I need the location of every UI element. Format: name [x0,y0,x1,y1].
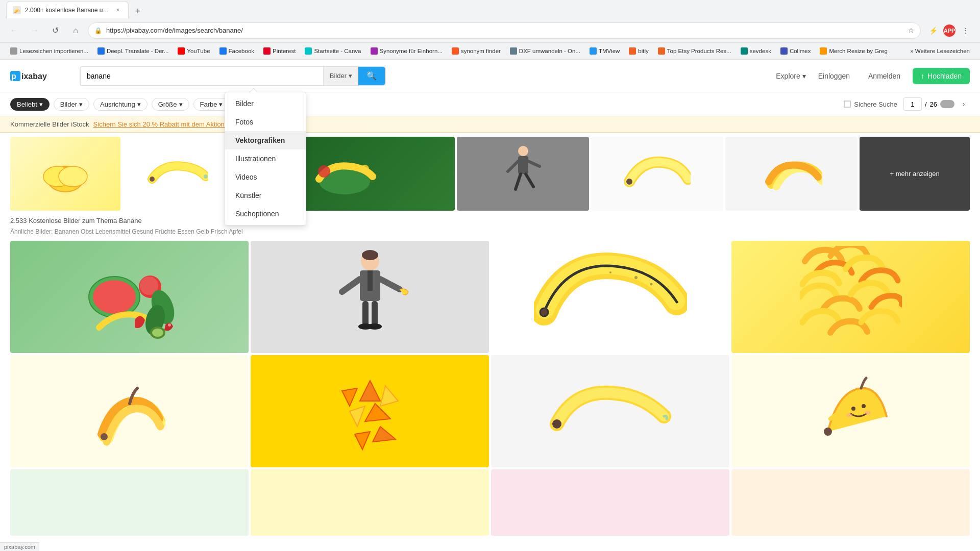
profile-button[interactable]: APP [943,24,955,37]
address-bar[interactable]: 🔒 https://pixabay.com/de/images/search/b… [88,22,921,39]
bookmark-favicon-synonym [452,47,459,55]
chevron-down-icon: ▾ [137,101,141,108]
featured-image-1[interactable] [10,137,120,211]
svg-rect-29 [368,270,373,291]
grid-item-1[interactable] [10,241,249,353]
featured-image-6[interactable] [725,137,857,211]
promo-prefix: Kommerzielle Bilder iStock [10,120,89,128]
forward-button[interactable]: → [27,22,43,39]
grid-item-3[interactable] [491,241,729,353]
bookmark-dxf[interactable]: DXF umwandeln - On... [506,46,584,56]
bookmark-lesezeichen[interactable]: Lesezeichen importieren... [6,46,92,56]
new-tab-button[interactable]: + [131,4,145,18]
svg-point-7 [204,174,208,179]
bookmark-favicon-canva [305,47,312,55]
featured-image-2[interactable] [122,137,233,211]
filter-orientation[interactable]: Ausrichtung ▾ [93,98,148,111]
search-input[interactable] [81,67,323,85]
tab-close-button[interactable]: × [114,6,122,14]
bookmark-merch[interactable]: Merch Resize by Greg [816,46,891,56]
active-tab[interactable]: 🍌 2.000+ kostenlose Banane und... × [6,1,129,18]
dropdown-item-suchoptionen[interactable]: Suchoptionen [225,205,306,223]
bookmark-synonyme[interactable]: Synonyme für Einhorn... [366,46,447,56]
svg-point-24 [168,323,171,327]
reload-button[interactable]: ↺ [47,22,63,39]
bookmark-deepl[interactable]: Deepl. Translate - Der... [93,46,173,56]
dropdown-item-videos[interactable]: Videos [225,168,306,186]
filter-size[interactable]: Größe ▾ [152,98,189,111]
search-submit-button[interactable]: 🔍 [358,67,385,85]
svg-point-39 [650,283,652,286]
dropdown-item-vektorgrafiken[interactable]: Vektorgrafiken [225,131,306,149]
grid-item-7[interactable] [491,355,729,467]
bookmark-collmex[interactable]: Collmex [776,46,815,56]
home-button[interactable]: ⌂ [67,22,84,39]
bookmark-youtube[interactable]: YouTube [174,46,214,56]
grid-item-6[interactable] [251,355,489,467]
grid-item-10[interactable] [251,469,489,536]
settings-button[interactable]: ⋮ [958,22,974,39]
bookmark-favicon-deepl [97,47,105,55]
grid-item-2[interactable] [251,241,489,353]
svg-line-31 [380,279,400,289]
extensions-button[interactable]: ⚡ [925,22,941,39]
more-bookmarks-button[interactable]: » Weitere Lesezeichen [906,47,974,55]
dropdown-item-bilder[interactable]: Bilder [225,94,306,113]
svg-point-37 [540,308,548,316]
filter-images[interactable]: Bilder ▾ [54,98,89,111]
dropdown-item-kuenstler[interactable]: Künstler [225,186,306,205]
dropdown-item-fotos[interactable]: Fotos [225,113,306,131]
bookmark-sevdesk[interactable]: sevdesk [737,46,775,56]
dropdown-item-illustrationen[interactable]: Illustrationen [225,149,306,168]
bookmark-tmview[interactable]: TMView [585,46,624,56]
explore-button[interactable]: Explore ▾ [776,72,805,80]
grid-item-4[interactable] [731,241,970,353]
svg-rect-12 [518,156,528,174]
next-page-button[interactable]: › [958,98,970,110]
chevron-down-icon: ▾ [219,101,223,108]
bookmark-facebook[interactable]: Facebook [215,46,259,56]
grid-item-8[interactable] [731,355,970,467]
upload-button[interactable]: ↑ Hochladen [913,68,970,84]
svg-line-14 [528,161,540,166]
register-button[interactable]: Anmelden [862,69,906,83]
svg-text:ixabay: ixabay [21,72,47,81]
page-input[interactable] [903,97,922,111]
pixabay-logo[interactable]: p ixabay [10,68,71,84]
bookmark-synonym[interactable]: synonym finder [448,46,505,56]
bookmark-bitly[interactable]: bitly [625,46,652,56]
pixabay-site: p ixabay Bilder ▾ 🔍 Explore ▾ Einloggen … [0,60,980,536]
svg-marker-46 [355,432,370,449]
bookmark-canva[interactable]: Startseite - Canva [301,46,365,56]
login-button[interactable]: Einloggen [812,69,856,83]
filter-color[interactable]: Farbe ▾ [193,98,230,111]
svg-point-6 [150,177,155,182]
safe-search-checkbox[interactable] [844,101,851,108]
svg-point-54 [824,428,832,436]
page-indicator [940,100,954,108]
grid-item-11[interactable] [491,469,729,536]
tab-favicon: 🍌 [13,6,21,14]
grid-item-12[interactable] [731,469,970,536]
search-type-button[interactable]: Bilder ▾ [323,67,358,85]
browser-chrome: 🍌 2.000+ kostenlose Banane und... × + ← … [0,0,980,60]
bookmark-icon[interactable]: ☆ [908,27,914,34]
site-header: p ixabay Bilder ▾ 🔍 Explore ▾ Einloggen … [0,60,980,92]
featured-image-5[interactable] [591,137,723,211]
back-button[interactable]: ← [6,22,22,39]
bookmark-etsy[interactable]: Top Etsy Products Res... [654,46,736,56]
featured-image-more[interactable]: + mehr anzeigen [860,137,970,211]
filter-popular[interactable]: Beliebt ▾ [10,98,50,111]
svg-marker-48 [342,388,357,406]
address-text: https://pixabay.com/de/images/search/ban… [106,27,904,34]
bookmark-favicon-bitly [629,47,636,55]
svg-line-15 [516,174,521,189]
safe-search-control: Sichere Suche [844,101,897,108]
svg-point-41 [101,433,108,440]
grid-item-9[interactable] [10,469,249,536]
bookmark-pinterest[interactable]: Pinterest [259,46,300,56]
svg-point-11 [518,146,528,156]
bookmark-favicon-facebook [219,47,227,55]
featured-image-4[interactable] [457,137,589,211]
grid-item-5[interactable] [10,355,249,467]
